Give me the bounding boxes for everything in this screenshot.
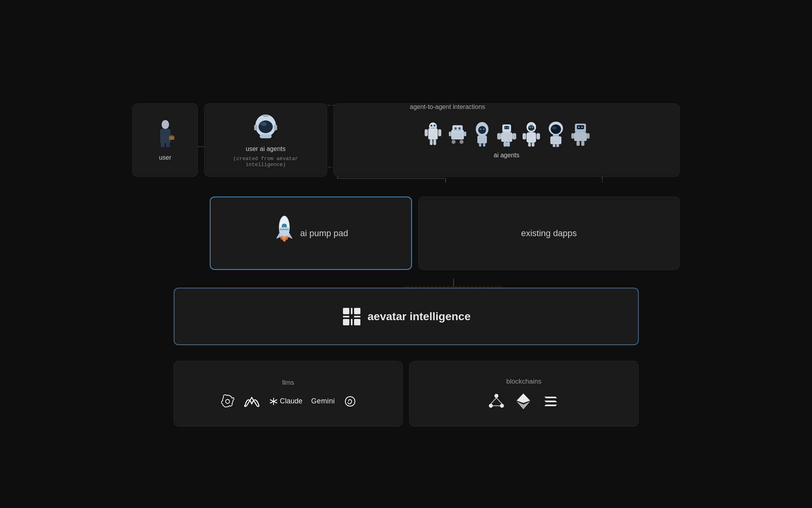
- llms-card: llms: [174, 361, 403, 426]
- svg-rect-101: [343, 308, 349, 314]
- svg-rect-83: [556, 144, 559, 147]
- ai-pump-pad-label: ai pump pad: [300, 228, 348, 239]
- aevatar-section: aevatar intelligence: [174, 288, 639, 345]
- user-ai-agents-label: user ai agents: [246, 145, 286, 153]
- svg-rect-32: [263, 115, 268, 117]
- cohere-logo: [344, 395, 356, 408]
- diagram-wrapper: agent-to-agent interactions: [132, 82, 680, 426]
- existing-dapps-card: existing dapps: [418, 197, 680, 270]
- robot-helmet-icon: [252, 113, 280, 141]
- svg-rect-39: [433, 139, 436, 145]
- ai-agent-3-icon: [472, 121, 492, 147]
- svg-rect-100: [280, 229, 289, 230]
- svg-rect-41: [438, 129, 441, 136]
- svg-point-71: [532, 126, 533, 128]
- aevatar-logo: aevatar intelligence: [341, 306, 471, 327]
- svg-point-34: [429, 122, 437, 130]
- svg-rect-73: [528, 143, 531, 147]
- svg-point-27: [259, 120, 273, 133]
- middle-row: ai pump pad existing dapps: [132, 197, 680, 270]
- svg-rect-55: [477, 136, 487, 143]
- bottom-row: llms: [174, 361, 639, 426]
- svg-point-61: [507, 127, 508, 128]
- svg-marker-121: [517, 393, 530, 402]
- ai-agents-card: ai agents: [333, 103, 680, 177]
- svg-rect-104: [343, 316, 349, 317]
- top-row: user: [132, 103, 680, 177]
- user-ai-agents-card: user ai agents (created from aevatar int…: [204, 103, 327, 177]
- svg-point-78: [551, 124, 561, 134]
- svg-rect-91: [576, 141, 580, 146]
- svg-rect-72: [527, 132, 536, 143]
- svg-point-109: [226, 399, 230, 403]
- svg-point-70: [529, 126, 531, 128]
- ai-agent-6-icon: [546, 121, 566, 147]
- ai-pump-pad-card: ai pump pad: [210, 197, 412, 270]
- ai-agent-2-icon: [447, 121, 468, 147]
- svg-rect-21: [170, 135, 173, 137]
- svg-rect-64: [512, 133, 516, 139]
- svg-point-69: [528, 125, 534, 131]
- svg-point-115: [500, 404, 504, 408]
- gemini-logo: Gemini: [311, 397, 335, 405]
- svg-rect-30: [254, 125, 257, 130]
- svg-point-114: [489, 404, 493, 408]
- svg-point-99: [285, 235, 288, 240]
- svg-point-18: [161, 120, 169, 129]
- svg-line-116: [491, 398, 496, 404]
- claude-logo: Claude: [269, 397, 303, 406]
- svg-rect-90: [587, 133, 590, 139]
- svg-point-25: [165, 147, 170, 150]
- agent-interactions-label: agent-to-agent interactions: [410, 103, 485, 110]
- svg-rect-75: [523, 133, 526, 139]
- blockchains-label: blockchains: [506, 378, 542, 386]
- user-label: user: [159, 154, 171, 161]
- svg-point-53: [480, 128, 481, 130]
- svg-rect-81: [550, 136, 561, 144]
- svg-rect-102: [351, 308, 352, 314]
- svg-rect-105: [354, 316, 360, 317]
- claude-asterisk-icon: [269, 397, 278, 406]
- svg-rect-31: [274, 125, 277, 130]
- svg-point-86: [578, 126, 580, 128]
- llms-label: llms: [282, 379, 294, 387]
- svg-point-54: [483, 128, 485, 130]
- svg-rect-80: [553, 135, 559, 136]
- svg-rect-43: [452, 125, 463, 132]
- llm-logos-row: Claude Gemini: [220, 394, 356, 409]
- svg-rect-65: [504, 142, 507, 147]
- ai-agent-5-icon: [521, 121, 542, 147]
- rocket-icon: [274, 214, 295, 253]
- svg-point-113: [494, 394, 498, 398]
- svg-rect-29: [260, 134, 272, 138]
- openai-logo: [220, 394, 235, 409]
- svg-point-45: [458, 127, 461, 130]
- ethereum-logo: [516, 393, 531, 410]
- svg-point-52: [478, 126, 486, 134]
- blockchain-logos-row: [488, 393, 559, 410]
- svg-rect-74: [532, 143, 534, 147]
- svg-rect-19: [160, 129, 170, 143]
- svg-rect-66: [507, 142, 510, 147]
- ai-agent-1-icon: [423, 121, 443, 147]
- svg-point-79: [552, 126, 557, 130]
- svg-rect-85: [577, 125, 584, 129]
- svg-rect-57: [483, 143, 485, 147]
- svg-rect-56: [479, 143, 481, 147]
- aelf-logo: [488, 393, 505, 410]
- ai-agents-label: ai agents: [494, 152, 519, 159]
- svg-point-48: [460, 140, 463, 144]
- aevatar-title: aevatar intelligence: [368, 310, 471, 323]
- svg-rect-92: [581, 141, 584, 146]
- svg-point-24: [160, 147, 165, 150]
- svg-point-35: [430, 125, 432, 127]
- svg-rect-49: [449, 132, 451, 136]
- svg-rect-108: [354, 319, 360, 325]
- svg-rect-37: [431, 128, 435, 129]
- solana-logo: [542, 394, 559, 409]
- user-figure-icon: [153, 119, 177, 151]
- svg-point-44: [454, 127, 457, 130]
- svg-rect-40: [425, 129, 428, 136]
- svg-rect-46: [454, 130, 462, 131]
- ai-agent-4-icon: [496, 121, 517, 147]
